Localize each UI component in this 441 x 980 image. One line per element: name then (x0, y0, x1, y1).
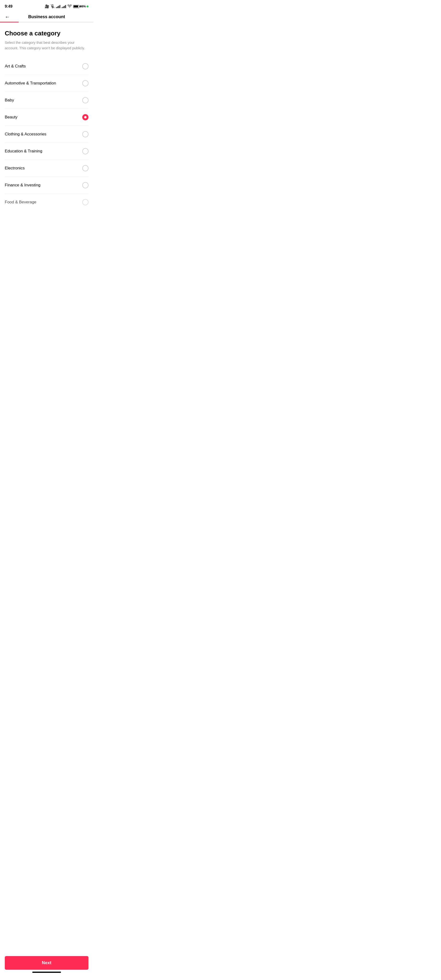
list-item[interactable]: Clothing & Accessories (5, 126, 89, 143)
page-subtitle: Select the category that best describes … (5, 40, 89, 51)
content: Choose a category Select the category th… (0, 22, 93, 239)
status-icons: 🎥 (45, 4, 89, 9)
svg-point-3 (69, 7, 70, 8)
radio-button[interactable] (82, 165, 89, 171)
progress-bar (0, 22, 93, 22)
status-bar: 9:49 🎥 (0, 0, 93, 12)
battery-percent: 96% (80, 5, 86, 8)
radio-button[interactable] (82, 114, 89, 120)
list-item[interactable]: Baby (5, 92, 89, 109)
header: ← Business account (0, 12, 93, 22)
camera-icon: 🎥 (45, 4, 49, 9)
category-label: Art & Crafts (5, 64, 26, 68)
list-item[interactable]: Electronics (5, 160, 89, 177)
signal-icon-2 (62, 5, 66, 8)
signal-icon (56, 5, 60, 8)
battery-icon (73, 5, 79, 8)
progress-segment-3 (37, 22, 56, 22)
list-item[interactable]: Beauty (5, 109, 89, 126)
back-button[interactable]: ← (5, 14, 10, 20)
radio-button[interactable] (82, 97, 89, 103)
progress-segment-4 (56, 22, 75, 22)
green-dot (87, 5, 89, 7)
radio-button[interactable] (82, 182, 89, 188)
battery-container: 96% (73, 5, 89, 8)
radio-button[interactable] (82, 148, 89, 154)
list-item[interactable]: Automotive & Transportation (5, 75, 89, 92)
radio-button[interactable] (82, 80, 89, 86)
progress-segment-5 (75, 22, 93, 22)
status-time: 9:49 (5, 4, 13, 9)
list-item[interactable]: Education & Training (5, 143, 89, 160)
progress-segment-1 (0, 22, 19, 22)
list-item[interactable]: Food & Beverage (5, 194, 89, 210)
header-title: Business account (28, 14, 65, 19)
category-label: Beauty (5, 115, 17, 119)
category-label: Food & Beverage (5, 200, 36, 205)
radio-button[interactable] (82, 131, 89, 137)
radio-button[interactable] (82, 199, 89, 205)
list-item[interactable]: Art & Crafts (5, 58, 89, 75)
progress-segment-2 (19, 22, 37, 22)
category-label: Baby (5, 98, 14, 103)
category-label: Electronics (5, 166, 25, 170)
category-label: Education & Training (5, 149, 42, 154)
category-label: Automotive & Transportation (5, 81, 56, 86)
category-label: Finance & Investing (5, 183, 40, 188)
mute-icon (51, 4, 54, 9)
category-label: Clothing & Accessories (5, 132, 46, 137)
page-title: Choose a category (5, 30, 89, 37)
list-item[interactable]: Finance & Investing (5, 177, 89, 194)
wifi-icon (67, 5, 72, 9)
category-list: Art & CraftsAutomotive & TransportationB… (5, 58, 89, 210)
radio-button[interactable] (82, 63, 89, 69)
